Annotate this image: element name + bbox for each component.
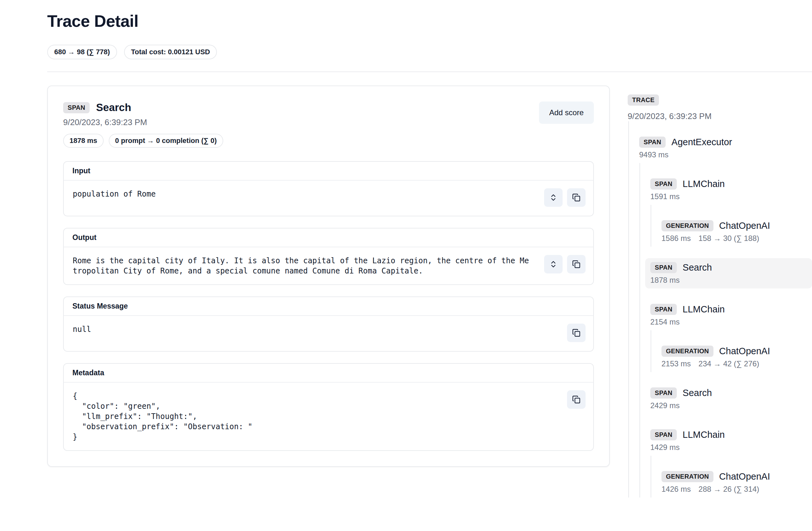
tree-item-title-row: GENERATIONChatOpenAI: [662, 346, 807, 357]
token-usage-value: 288 → 26 (∑ 314): [698, 485, 759, 494]
observation-title: Search: [96, 101, 131, 114]
latency-value: 1586 ms: [662, 234, 691, 243]
page-title: Trace Detail: [47, 12, 812, 31]
latency-value: 2429 ms: [650, 401, 680, 410]
observation-header: SPAN Search 9/20/2023, 6:39:23 PM 1878 m…: [63, 101, 594, 148]
copy-icon[interactable]: [567, 255, 585, 273]
copy-icon[interactable]: [567, 390, 585, 409]
tree-node: SPANAgentExecutor9493 msSPANLLMChain1591…: [629, 133, 812, 498]
tree-item-metrics: 2429 ms: [650, 401, 807, 410]
observation-title-row: SPAN Search: [63, 101, 223, 114]
token-usage-value: 234 → 42 (∑ 276): [698, 359, 759, 368]
observation-name: LLMChain: [682, 179, 725, 189]
section-output: OutputRome is the capital city of Italy.…: [63, 228, 594, 285]
section-label: Output: [64, 229, 593, 247]
tree-item-chatopenai[interactable]: GENERATIONChatOpenAI1586 ms158 → 30 (∑ 1…: [656, 216, 812, 247]
tree-node: SPANLLMChain1591 msGENERATIONChatOpenAI1…: [640, 174, 812, 247]
tree-item-chatopenai[interactable]: GENERATIONChatOpenAI1426 ms288 → 26 (∑ 3…: [656, 467, 812, 498]
observation-name: AgentExecutor: [671, 137, 732, 147]
section-label: Status Message: [64, 297, 593, 316]
trace-badge: TRACE: [628, 95, 659, 106]
tree-item-title-row: SPANSearch: [650, 262, 807, 273]
observation-type-badge: GENERATION: [662, 471, 713, 482]
observation-name: LLMChain: [682, 430, 725, 440]
trace-detail-page: Trace Detail 680 → 98 (∑ 778) Total cost…: [0, 0, 812, 498]
tree-node: SPANSearch1878 ms: [640, 258, 812, 288]
observation-name: ChatOpenAI: [719, 346, 770, 357]
observation-type-badge: SPAN: [650, 262, 677, 273]
section-value: Rome is the capital city of Italy. It is…: [73, 256, 530, 276]
tree-item-title-row: SPANSearch: [650, 387, 807, 399]
observation-type-badge: SPAN: [650, 178, 677, 189]
tree-children: GENERATIONChatOpenAI1426 ms288 → 26 (∑ 3…: [651, 456, 812, 498]
tree-node: GENERATIONChatOpenAI2153 ms234 → 42 (∑ 2…: [651, 342, 812, 372]
tree-node: SPANLLMChain2154 msGENERATIONChatOpenAI2…: [640, 300, 812, 372]
tree-item-metrics: 2154 ms: [650, 317, 807, 327]
tree-item-title-row: SPANLLMChain: [650, 429, 807, 440]
section-actions: [544, 255, 585, 273]
latency-value: 1429 ms: [650, 443, 680, 452]
latency-value: 1878 ms: [650, 276, 680, 285]
tree-item-llmchain[interactable]: SPANLLMChain2154 ms: [645, 300, 812, 330]
tree-item-chatopenai[interactable]: GENERATIONChatOpenAI2153 ms234 → 42 (∑ 2…: [656, 342, 812, 372]
copy-icon[interactable]: [567, 188, 585, 207]
tree-item-metrics: 9493 ms: [639, 150, 807, 159]
observation-timestamp: 9/20/2023, 6:39:23 PM: [63, 117, 223, 127]
tree-item-llmchain[interactable]: SPANLLMChain1591 ms: [645, 174, 812, 205]
tree-item-title-row: GENERATIONChatOpenAI: [662, 471, 807, 482]
tree-item-metrics: 1586 ms158 → 30 (∑ 188): [662, 234, 807, 243]
section-body: Rome is the capital city of Italy. It is…: [64, 247, 593, 284]
latency-value: 1426 ms: [662, 485, 691, 494]
section-value: null: [73, 324, 530, 334]
trace-timestamp: 9/20/2023, 6:39:23 PM: [628, 111, 812, 121]
observation-type-badge: SPAN: [639, 137, 666, 148]
tree-item-metrics: 1591 ms: [650, 192, 807, 201]
section-value: { "color": "green", "llm_prefix": "Thoug…: [73, 391, 530, 442]
latency-value: 2153 ms: [662, 359, 691, 368]
trace-summary-badges: 680 → 98 (∑ 778) Total cost: 0.00121 USD: [47, 45, 812, 59]
tree-item-title-row: SPANAgentExecutor: [639, 137, 807, 148]
observation-type-badge: GENERATION: [662, 220, 713, 231]
latency-value: 1591 ms: [650, 192, 680, 201]
tree-children: GENERATIONChatOpenAI1586 ms158 → 30 (∑ 1…: [651, 205, 812, 247]
tree-item-search[interactable]: SPANSearch2429 ms: [645, 384, 812, 414]
tree-item-title-row: GENERATIONChatOpenAI: [662, 220, 807, 231]
tree-item-agentexecutor[interactable]: SPANAgentExecutor9493 ms: [634, 133, 812, 163]
section-body: population of Rome: [64, 181, 593, 216]
latency-value: 2154 ms: [650, 317, 680, 327]
tree-item-metrics: 1878 ms: [650, 276, 807, 285]
header-divider: [47, 71, 812, 72]
observation-heading-block: SPAN Search 9/20/2023, 6:39:23 PM 1878 m…: [63, 101, 223, 148]
observation-type-badge: SPAN: [650, 304, 677, 315]
add-score-button[interactable]: Add score: [539, 101, 594, 124]
observation-sections: Inputpopulation of RomeOutputRome is the…: [63, 161, 594, 451]
trace-total-cost-badge: Total cost: 0.00121 USD: [124, 45, 217, 59]
trace-tree-sidebar: TRACE 9/20/2023, 6:39:23 PM SPANAgentExe…: [628, 86, 812, 498]
section-value: population of Rome: [73, 189, 530, 199]
token-usage-badge: 0 prompt → 0 completion (∑ 0): [109, 134, 223, 148]
section-body: { "color": "green", "llm_prefix": "Thoug…: [64, 383, 593, 450]
observation-card: SPAN Search 9/20/2023, 6:39:23 PM 1878 m…: [47, 86, 610, 467]
observation-type-badge: SPAN: [650, 387, 677, 399]
copy-icon[interactable]: [567, 324, 585, 342]
section-body: null: [64, 316, 593, 351]
section-metadata: Metadata{ "color": "green", "llm_prefix"…: [63, 363, 594, 451]
section-label: Metadata: [64, 364, 593, 383]
observation-name: Search: [682, 388, 712, 398]
tree-item-search[interactable]: SPANSearch1878 ms: [645, 258, 812, 288]
tree-children: GENERATIONChatOpenAI2153 ms234 → 42 (∑ 2…: [651, 330, 812, 372]
tree-node: SPANLLMChain1429 msGENERATIONChatOpenAI1…: [640, 425, 812, 498]
chevrons-up-down-icon[interactable]: [544, 188, 563, 207]
content-row: SPAN Search 9/20/2023, 6:39:23 PM 1878 m…: [47, 86, 812, 498]
tree-node: SPANSearch2429 ms: [640, 384, 812, 414]
observation-type-badge: SPAN: [650, 429, 677, 440]
observation-type-badge: SPAN: [63, 102, 90, 113]
tree-item-llmchain[interactable]: SPANLLMChain1429 ms: [645, 425, 812, 456]
tree-item-metrics: 1426 ms288 → 26 (∑ 314): [662, 485, 807, 494]
observation-name: ChatOpenAI: [719, 220, 770, 231]
trace-token-usage-badge: 680 → 98 (∑ 778): [47, 45, 117, 59]
latency-badge: 1878 ms: [63, 134, 104, 148]
section-label: Input: [64, 162, 593, 181]
chevrons-up-down-icon[interactable]: [544, 255, 563, 273]
observation-type-badge: GENERATION: [662, 346, 713, 357]
